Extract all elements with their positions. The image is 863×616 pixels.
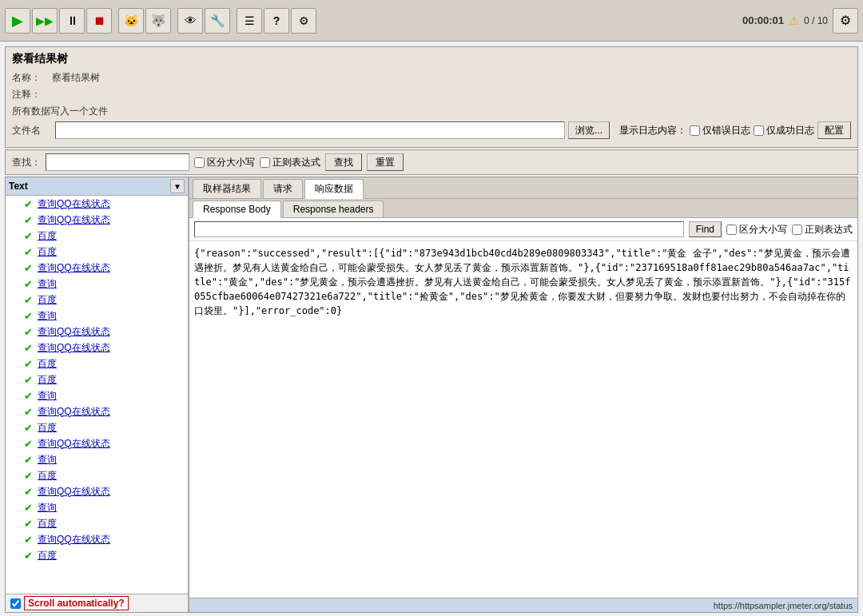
tool1-button[interactable]: 🐱 (118, 8, 144, 34)
tree-item-label[interactable]: 查询QQ在线状态 (38, 261, 110, 275)
tree-item-label[interactable]: 百度 (38, 357, 57, 371)
sub-tab-body[interactable]: Response Body (193, 201, 281, 218)
tree-item-label[interactable]: 查询QQ在线状态 (38, 341, 110, 355)
tree-item[interactable]: ✔ 查询 (6, 499, 188, 515)
scroll-auto-bar: Scroll automatically? (6, 594, 188, 612)
tree-item-label[interactable]: 百度 (38, 293, 57, 307)
tree-dropdown-button[interactable]: ▼ (170, 179, 185, 193)
tab-response[interactable]: 响应数据 (304, 179, 364, 199)
tree-item-label[interactable]: 查询 (38, 309, 57, 323)
tree-item-label[interactable]: 百度 (38, 229, 57, 243)
tree-item[interactable]: ✔ 查询QQ在线状态 (6, 196, 188, 212)
tab-request[interactable]: 请求 (263, 179, 303, 198)
tree-item-label[interactable]: 查询QQ在线状态 (38, 533, 110, 546)
find-button[interactable]: 查找 (325, 153, 362, 171)
split-area: Text ▼ ✔ 查询QQ在线状态 ✔ 查询QQ在线状态 ✔ 百度 ✔ 百度 (5, 177, 858, 613)
file-section-label: 所有数据写入一个文件 (12, 105, 851, 118)
tree-item[interactable]: ✔ 查询 (6, 451, 188, 467)
stop-button[interactable]: ⏹ (86, 8, 112, 34)
success-log-checkbox-label[interactable]: 仅成功日志 (754, 124, 814, 137)
tree-item-label[interactable]: 查询QQ在线状态 (38, 405, 110, 419)
tree-item[interactable]: ✔ 查询 (6, 387, 188, 403)
regex-label[interactable]: 正则表达式 (260, 156, 320, 169)
settings-button[interactable]: ⚙ (833, 8, 858, 34)
tree-item[interactable]: ✔ 查询 (6, 308, 188, 324)
pause-button[interactable]: ⏸ (59, 8, 85, 34)
tool5-button[interactable]: ☰ (237, 8, 262, 34)
tree-item[interactable]: ✔ 百度 (6, 292, 188, 308)
tree-item[interactable]: ✔ 查询QQ在线状态 (6, 531, 188, 547)
sub-tab-headers[interactable]: Response headers (283, 201, 384, 217)
tree-item-icon: ✔ (22, 277, 34, 290)
tree-item[interactable]: ✔ 百度 (6, 419, 188, 435)
tree-item-label[interactable]: 百度 (38, 245, 57, 259)
tool7-button[interactable]: ⚙ (291, 8, 316, 34)
response-regex-checkbox[interactable] (792, 225, 802, 235)
tree-item[interactable]: ✔ 查询QQ在线状态 (6, 212, 188, 228)
tree-item-label[interactable]: 百度 (38, 469, 57, 483)
success-log-checkbox[interactable] (754, 125, 764, 136)
tree-item-icon: ✔ (22, 517, 34, 530)
tab-sampler[interactable]: 取样器结果 (193, 179, 261, 198)
error-log-checkbox[interactable] (690, 125, 700, 136)
case-sensitive-checkbox[interactable] (194, 157, 205, 168)
search-input[interactable] (46, 153, 189, 171)
case-sensitive-label[interactable]: 区分大小写 (194, 156, 255, 169)
response-regex-label[interactable]: 正则表达式 (792, 223, 853, 236)
tree-item[interactable]: ✔ 百度 (6, 467, 188, 483)
tree-item-label[interactable]: 查询 (38, 453, 57, 467)
tool2-button[interactable]: 🐺 (145, 8, 171, 34)
help-button[interactable]: ? (264, 8, 289, 34)
tree-item-label[interactable]: 百度 (38, 517, 57, 531)
tree-item-label[interactable]: 查询 (38, 389, 57, 403)
scroll-auto-label: Scroll automatically? (24, 596, 129, 610)
tree-item-label[interactable]: 查询QQ在线状态 (38, 437, 110, 451)
log-display-label: 显示日志内容： (619, 124, 686, 137)
tree-item-label[interactable]: 百度 (38, 549, 57, 562)
tree-item-label[interactable]: 查询QQ在线状态 (38, 197, 110, 211)
tree-item[interactable]: ✔ 百度 (6, 244, 188, 260)
tree-item[interactable]: ✔ 查询QQ在线状态 (6, 403, 188, 419)
config-button[interactable]: 配置 (817, 121, 851, 139)
tree-item[interactable]: ✔ 查询QQ在线状态 (6, 483, 188, 499)
tree-item[interactable]: ✔ 百度 (6, 515, 188, 531)
tree-item-icon: ✔ (22, 213, 34, 226)
tree-item-label[interactable]: 查询QQ在线状态 (38, 213, 110, 227)
error-log-checkbox-label[interactable]: 仅错误日志 (690, 124, 750, 137)
tree-item[interactable]: ✔ 百度 (6, 372, 188, 387)
response-case-label[interactable]: 区分大小写 (726, 223, 787, 236)
file-row: 文件名 浏览... 显示日志内容： 仅错误日志 仅成功日志 配置 (12, 121, 851, 139)
tree-item[interactable]: ✔ 查询QQ在线状态 (6, 340, 188, 356)
main-tabs-bar: 取样器结果请求响应数据 (189, 177, 857, 199)
browse-button[interactable]: 浏览... (568, 121, 610, 139)
response-find-button[interactable]: Find (689, 221, 722, 237)
play-all-button[interactable]: ▶▶ (32, 8, 58, 34)
response-panel: 取样器结果请求响应数据 Response BodyResponse header… (189, 177, 857, 612)
status-url: https://httpsampler.jmeter.org/status (714, 601, 853, 610)
file-input[interactable] (55, 121, 565, 139)
tree-item[interactable]: ✔ 百度 (6, 547, 188, 563)
tree-item-icon: ✔ (22, 501, 34, 514)
reset-button[interactable]: 重置 (367, 153, 404, 171)
tree-item-label[interactable]: 百度 (38, 421, 57, 435)
tree-item[interactable]: ✔ 查询QQ在线状态 (6, 324, 188, 340)
tree-item-icon: ✔ (22, 229, 34, 242)
tree-item[interactable]: ✔ 查询QQ在线状态 (6, 435, 188, 451)
tree-container[interactable]: ✔ 查询QQ在线状态 ✔ 查询QQ在线状态 ✔ 百度 ✔ 百度 ✔ 查询QQ在线… (6, 196, 188, 594)
response-find-input[interactable] (194, 221, 684, 237)
tree-item[interactable]: ✔ 百度 (6, 228, 188, 244)
response-case-checkbox[interactable] (726, 225, 737, 235)
tree-item[interactable]: ✔ 百度 (6, 356, 188, 372)
tree-item[interactable]: ✔ 查询 (6, 276, 188, 292)
tree-item-label[interactable]: 查询 (38, 501, 57, 515)
play-button[interactable]: ▶ (5, 8, 30, 34)
tree-item-label[interactable]: 查询QQ在线状态 (38, 485, 110, 499)
tree-item[interactable]: ✔ 查询QQ在线状态 (6, 260, 188, 276)
tool3-button[interactable]: 👁 (177, 8, 203, 34)
tree-item-label[interactable]: 百度 (38, 373, 57, 387)
scroll-auto-checkbox[interactable] (10, 598, 21, 609)
tool4-button[interactable]: 🔧 (205, 8, 230, 34)
regex-checkbox[interactable] (260, 157, 270, 168)
tree-item-label[interactable]: 查询QQ在线状态 (38, 325, 110, 339)
tree-item-label[interactable]: 查询 (38, 277, 57, 291)
